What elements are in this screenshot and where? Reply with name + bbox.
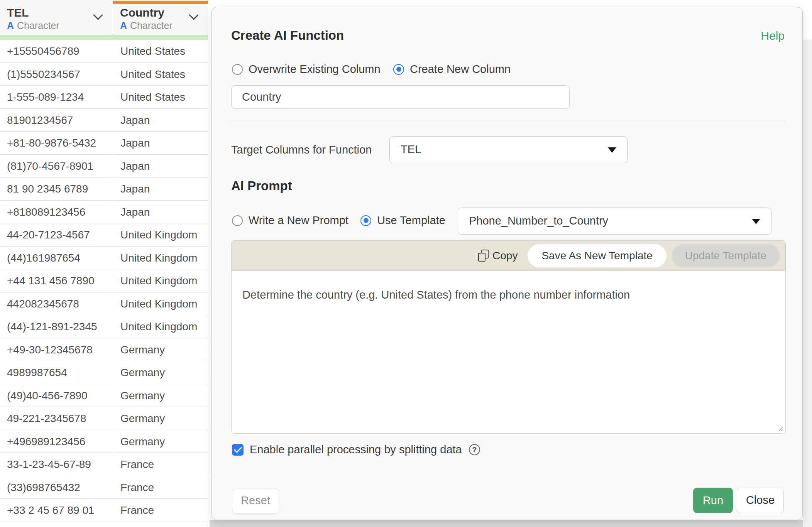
radio-label: Overwrite Existing Column [249, 63, 381, 76]
radio-unselected-icon[interactable] [232, 215, 243, 226]
table-row[interactable]: 33-1-23-45-67-89 France [0, 453, 208, 476]
cell-tel[interactable]: (44)-121-891-2345 [0, 315, 113, 338]
cell-country[interactable]: United States [113, 86, 185, 108]
cell-country[interactable]: France [113, 499, 154, 522]
table-row[interactable]: 81901234567 Japan [0, 109, 208, 132]
chevron-down-icon[interactable] [189, 10, 198, 20]
table-row[interactable]: +44 131 456 7890 United Kingdom [0, 269, 208, 292]
cell-tel[interactable]: 49-221-2345678 [0, 407, 113, 430]
section-divider [231, 122, 786, 122]
cell-country[interactable]: Japan [113, 201, 150, 223]
radio-selected-icon[interactable] [393, 64, 404, 75]
radio-unselected-icon[interactable] [232, 64, 243, 75]
table-row[interactable]: 442082345678 United Kingdom [0, 292, 208, 316]
cell-country[interactable]: Germany [113, 384, 165, 407]
cell-tel[interactable]: +496989123456 [0, 430, 113, 453]
reset-button[interactable]: Reset [232, 488, 279, 513]
radio-overwrite-existing-column[interactable]: Overwrite Existing Column [232, 63, 381, 76]
ai-prompt-heading: AI Prompt [231, 179, 292, 193]
cell-tel[interactable]: (44)161987654 [0, 247, 113, 269]
cell-country[interactable]: Japan [113, 177, 150, 200]
help-link[interactable]: Help [761, 29, 785, 42]
column-title: TEL [7, 6, 29, 19]
cell-tel[interactable]: 81901234567 [0, 109, 113, 132]
target-columns-label: Target Columns for Function [231, 136, 372, 163]
radio-create-new-column[interactable]: Create New Column [393, 63, 511, 76]
cell-tel[interactable]: +81-80-9876-5432 [0, 132, 113, 154]
table-row[interactable]: (81)70-4567-8901 Japan [0, 155, 208, 178]
column-type-label: Character [130, 20, 173, 31]
cell-country[interactable]: Germany [113, 338, 165, 361]
cell-tel[interactable]: 442082345678 [0, 292, 113, 315]
cell-country[interactable]: Germany [113, 407, 165, 430]
cell-tel[interactable]: (49)40-456-7890 [0, 384, 113, 407]
prompt-textarea[interactable]: Determine the country (e.g. United State… [232, 271, 785, 434]
cell-country[interactable]: United Kingdom [113, 247, 197, 269]
cell-country[interactable]: United Kingdom [113, 223, 197, 246]
cell-tel[interactable]: 44-20-7123-4567 [0, 223, 113, 246]
cell-country[interactable]: United States [113, 63, 185, 86]
new-data-indicator-strip [0, 35, 113, 40]
column-header-country[interactable]: Country ACharacter [113, 0, 208, 35]
cell-tel[interactable]: 33-1-23-45-67-89 [0, 453, 113, 476]
radio-use-template[interactable]: Use Template [360, 214, 445, 227]
cell-tel[interactable]: +44 131 456 7890 [0, 269, 113, 292]
cell-tel[interactable]: (33)698765432 [0, 476, 113, 499]
table-row[interactable]: 49-221-2345678 Germany [0, 407, 208, 430]
table-rows: +15550456789 United States (1)5550234567… [0, 40, 208, 522]
cell-country[interactable]: France [113, 453, 154, 476]
dropdown-arrow-icon [752, 219, 760, 224]
table-row[interactable]: +81-80-9876-5432 Japan [0, 132, 208, 155]
radio-selected-icon[interactable] [360, 215, 371, 226]
cell-tel[interactable]: +49-30-12345678 [0, 338, 113, 361]
cell-country[interactable]: United Kingdom [113, 315, 197, 338]
table-row[interactable]: 1-555-089-1234 United States [0, 86, 208, 109]
chevron-down-icon[interactable] [93, 10, 103, 20]
table-row[interactable]: +33 2 45 67 89 01 France [0, 499, 208, 522]
run-button[interactable]: Run [693, 488, 733, 513]
template-select[interactable]: Phone_Number_to_Country [458, 208, 771, 235]
table-row[interactable]: 44-20-7123-4567 United Kingdom [0, 223, 208, 247]
checkbox-checked-icon[interactable] [232, 444, 244, 456]
cell-country[interactable]: Japan [113, 132, 150, 154]
table-row[interactable]: (49)40-456-7890 Germany [0, 384, 208, 407]
table-row[interactable]: +496989123456 Germany [0, 430, 208, 453]
save-as-new-template-button[interactable]: Save As New Template [528, 244, 666, 267]
table-row[interactable]: (33)698765432 France [0, 476, 208, 499]
cell-tel[interactable]: (81)70-4567-8901 [0, 155, 113, 177]
cell-country[interactable]: France [113, 476, 154, 499]
cell-tel[interactable]: +15550456789 [0, 40, 113, 62]
close-button[interactable]: Close [737, 488, 784, 513]
cell-tel[interactable]: 4989987654 [0, 361, 113, 384]
table-row[interactable]: 4989987654 Germany [0, 361, 208, 384]
cell-country[interactable]: Germany [113, 430, 165, 453]
table-row[interactable]: +818089123456 Japan [0, 201, 208, 224]
cell-country[interactable]: Japan [113, 155, 150, 177]
table-row[interactable]: 81 90 2345 6789 Japan [0, 177, 208, 201]
prompt-panel: Copy Save As New Template Update Templat… [231, 240, 786, 434]
cell-tel[interactable]: +33 2 45 67 89 01 [0, 499, 113, 522]
radio-write-new-prompt[interactable]: Write a New Prompt [232, 214, 348, 227]
table-row[interactable]: (44)161987654 United Kingdom [0, 247, 208, 270]
table-row[interactable]: +15550456789 United States [0, 40, 208, 63]
cell-tel[interactable]: (1)5550234567 [0, 63, 113, 86]
column-header-tel[interactable]: TEL ACharacter [0, 0, 113, 35]
dropdown-arrow-icon [608, 147, 616, 153]
cell-country[interactable]: Germany [113, 361, 165, 384]
cell-country[interactable]: United Kingdom [113, 292, 197, 315]
target-columns-select[interactable]: TEL [389, 136, 628, 163]
cell-country[interactable]: United Kingdom [113, 269, 197, 292]
table-row[interactable]: (44)-121-891-2345 United Kingdom [0, 315, 208, 338]
cell-tel[interactable]: 81 90 2345 6789 [0, 177, 113, 200]
new-column-name-input[interactable]: Country [231, 85, 570, 109]
cell-tel[interactable]: 1-555-089-1234 [0, 86, 113, 108]
resize-handle-icon[interactable] [776, 425, 783, 432]
cell-country[interactable]: Japan [113, 109, 150, 132]
table-row[interactable]: (1)5550234567 United States [0, 63, 208, 86]
table-row[interactable]: +49-30-12345678 Germany [0, 338, 208, 361]
update-template-button[interactable]: Update Template [672, 244, 780, 267]
question-help-icon[interactable]: ? [469, 444, 480, 455]
copy-button[interactable]: Copy [478, 250, 518, 262]
cell-tel[interactable]: +818089123456 [0, 201, 113, 223]
cell-country[interactable]: United States [113, 40, 185, 62]
